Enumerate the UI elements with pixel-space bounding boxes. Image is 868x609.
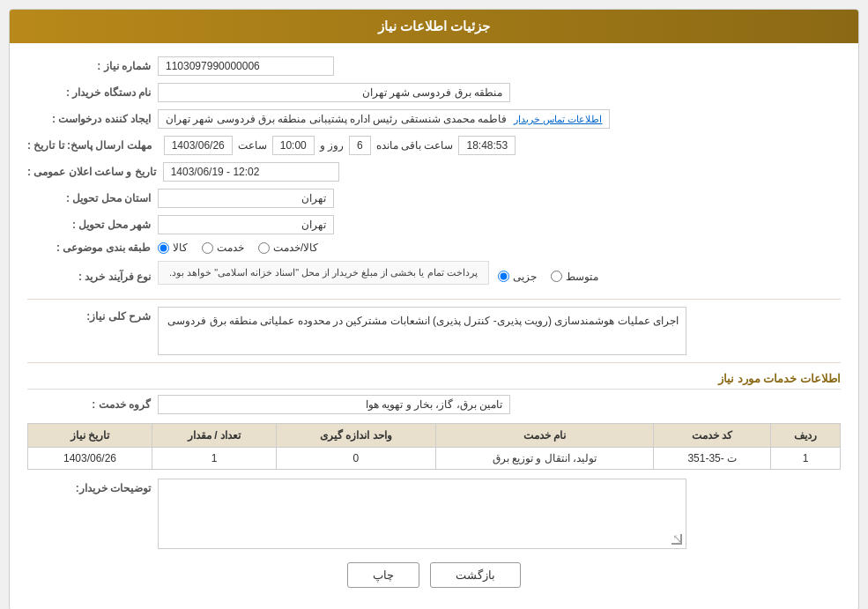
creator-row: فاطمه محمدی شنستقی رئیس اداره پشتیبانی م…: [158, 109, 610, 129]
category-kala-khadamat-label: کالا/خدمت: [273, 241, 318, 254]
buyer-desc-row: ⤡ توضیحات خریدار:: [27, 479, 841, 549]
need-number-label: شماره نیاز :: [27, 60, 151, 72]
cell-service-code: ت -35-351: [654, 448, 771, 470]
creator-value: فاطمه محمدی شنستقی رئیس اداره پشتیبانی م…: [166, 113, 507, 125]
divider-2: [27, 362, 841, 363]
province-label: استان محل تحویل :: [27, 192, 151, 204]
contact-link[interactable]: اطلاعات تماس خریدار: [514, 114, 602, 125]
cell-unit: 0: [276, 448, 435, 470]
print-button[interactable]: چاپ: [347, 562, 419, 588]
buyer-desc-label: توضیحات خریدار:: [27, 479, 151, 494]
deadline-label: مهلت ارسال پاسخ: تا تاریخ :: [27, 139, 152, 152]
table-row: 1 ت -35-351 تولید، انتقال و توزیع برق 0 …: [28, 448, 841, 470]
divider-1: [27, 299, 841, 300]
deadline-days-value: 6: [349, 136, 371, 155]
province-value: تهران: [158, 189, 334, 208]
city-value: تهران: [158, 215, 334, 234]
category-khadamat-label: خدمت: [217, 241, 244, 254]
notice-text: پرداخت تمام یا بخشی از مبلغ خریدار از مح…: [158, 261, 489, 285]
page-title: جزئیات اطلاعات نیاز: [10, 10, 858, 43]
need-desc-label: شرح کلی نیاز:: [27, 307, 151, 323]
days-label: روز و: [320, 139, 344, 152]
service-group-label: گروه خدمت :: [27, 398, 151, 411]
cell-need-date: 1403/06/26: [28, 448, 152, 470]
services-table-wrapper: ردیف کد خدمت نام خدمت واحد اندازه گیری ت…: [27, 423, 841, 470]
col-header-quantity: تعداد / مقدار: [152, 424, 277, 448]
category-kala-khadamat-option[interactable]: کالا/خدمت: [258, 241, 318, 254]
purchase-jozyi-option[interactable]: جزیی: [498, 271, 537, 283]
organization-value: منطقه برق فردوسی شهر تهران: [158, 83, 510, 102]
buttons-row: بازگشت چاپ: [27, 562, 841, 597]
col-header-row-num: ردیف: [771, 424, 841, 448]
creator-label: ایجاد کننده درخواست :: [27, 113, 151, 125]
services-section-title: اطلاعات خدمات مورد نیاز: [27, 372, 841, 390]
cell-quantity: 1: [152, 448, 277, 470]
category-label: طبقه بندی موضوعی :: [27, 241, 151, 254]
purchase-jozyi-radio[interactable]: [498, 271, 509, 282]
category-khadamat-radio[interactable]: [202, 242, 213, 254]
organization-label: نام دستگاه خریدار :: [27, 86, 151, 99]
deadline-time-value: 10:00: [272, 136, 315, 155]
category-khadamat-option[interactable]: خدمت: [202, 241, 244, 254]
remaining-label: ساعت باقی مانده: [376, 139, 454, 152]
deadline-date-value: 1403/06/26: [164, 136, 233, 155]
time-label: ساعت: [238, 139, 267, 152]
buyer-desc-textarea[interactable]: ⤡: [158, 479, 686, 549]
purchase-jozyi-label: جزیی: [513, 271, 537, 283]
cell-row-num: 1: [771, 448, 841, 470]
purchase-type-label: نوع فرآیند خرید :: [27, 271, 151, 283]
category-kala-label: کالا: [173, 241, 188, 254]
cell-service-name: تولید، انتقال و توزیع برق: [435, 448, 654, 470]
category-kala-khadamat-radio[interactable]: [258, 242, 270, 254]
remaining-time-value: 18:48:53: [458, 136, 516, 155]
city-label: شهر محل تحویل :: [27, 219, 151, 231]
announce-label: تاریخ و ساعت اعلان عمومی :: [27, 166, 156, 178]
services-table: ردیف کد خدمت نام خدمت واحد اندازه گیری ت…: [27, 423, 841, 470]
category-kala-radio[interactable]: [158, 242, 169, 254]
resize-handle-icon: ⤡: [672, 531, 683, 546]
col-header-service-name: نام خدمت: [435, 424, 654, 448]
col-header-service-code: کد خدمت: [654, 424, 771, 448]
service-group-value: تامین برق، گاز، بخار و تهویه هوا: [158, 395, 510, 414]
back-button[interactable]: بازگشت: [430, 562, 521, 588]
purchase-motovaset-radio[interactable]: [551, 271, 562, 282]
need-number-value: 1103097990000006: [158, 56, 334, 76]
purchase-motovaset-label: متوسط: [566, 271, 598, 283]
need-desc-value: اجرای عملیات هوشمندسازی (رویت پذیری- کنت…: [158, 307, 686, 355]
col-header-need-date: تاریخ نیاز: [28, 424, 152, 448]
announce-value: 1403/06/19 - 12:02: [163, 162, 339, 182]
purchase-motovaset-option[interactable]: متوسط: [551, 271, 598, 283]
category-kala-option[interactable]: کالا: [158, 241, 188, 254]
col-header-unit: واحد اندازه گیری: [276, 424, 435, 448]
